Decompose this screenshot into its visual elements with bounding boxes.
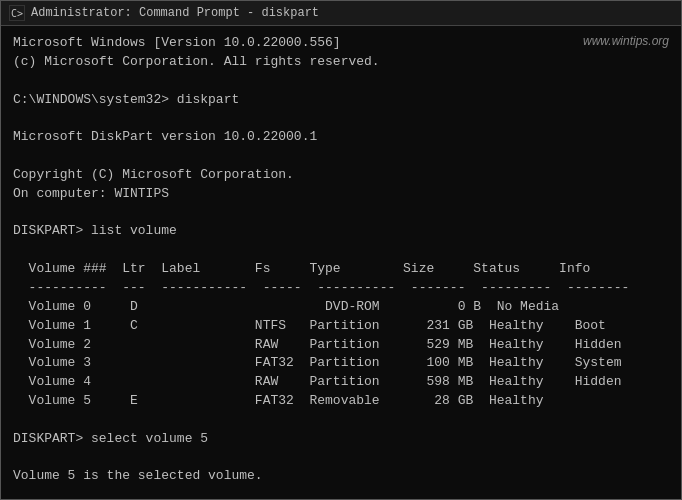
watermark: www.wintips.org bbox=[583, 34, 669, 48]
diskpart-version-line: Microsoft DiskPart version 10.0.22000.1 bbox=[13, 128, 669, 147]
vol0-line: Volume 0 D DVD-ROM 0 B No Media bbox=[13, 298, 669, 317]
blank5 bbox=[13, 241, 669, 260]
cmd-icon: C> bbox=[9, 5, 25, 21]
blank6 bbox=[13, 411, 669, 430]
version-line: Microsoft Windows [Version 10.0.22000.55… bbox=[13, 34, 669, 53]
blank7 bbox=[13, 449, 669, 468]
table-separator: ---------- --- ----------- ----- -------… bbox=[13, 279, 669, 298]
vol3-line: Volume 3 FAT32 Partition 100 MB Healthy … bbox=[13, 354, 669, 373]
select-cmd-line: DISKPART> select volume 5 bbox=[13, 430, 669, 449]
table-header: Volume ### Ltr Label Fs Type Size Status… bbox=[13, 260, 669, 279]
copyright2-line: Copyright (C) Microsoft Corporation. bbox=[13, 166, 669, 185]
blank8 bbox=[13, 486, 669, 499]
title-bar: C> Administrator: Command Prompt - diskp… bbox=[1, 1, 681, 26]
selected-msg-line: Volume 5 is the selected volume. bbox=[13, 467, 669, 486]
computer-line: On computer: WINTIPS bbox=[13, 185, 669, 204]
terminal-content[interactable]: www.wintips.org Microsoft Windows [Versi… bbox=[1, 26, 681, 499]
list-cmd-line: DISKPART> list volume bbox=[13, 222, 669, 241]
cmd-window: C> Administrator: Command Prompt - diskp… bbox=[0, 0, 682, 500]
blank2 bbox=[13, 109, 669, 128]
blank3 bbox=[13, 147, 669, 166]
blank1 bbox=[13, 72, 669, 91]
prompt1-line: C:\WINDOWS\system32> diskpart bbox=[13, 91, 669, 110]
vol2-line: Volume 2 RAW Partition 529 MB Healthy Hi… bbox=[13, 336, 669, 355]
vol5-line: Volume 5 E FAT32 Removable 28 GB Healthy bbox=[13, 392, 669, 411]
copyright-line: (c) Microsoft Corporation. All rights re… bbox=[13, 53, 669, 72]
title-bar-text: Administrator: Command Prompt - diskpart bbox=[31, 6, 673, 20]
vol1-line: Volume 1 C NTFS Partition 231 GB Healthy… bbox=[13, 317, 669, 336]
svg-text:C>: C> bbox=[11, 8, 23, 19]
vol4-line: Volume 4 RAW Partition 598 MB Healthy Hi… bbox=[13, 373, 669, 392]
blank4 bbox=[13, 204, 669, 223]
